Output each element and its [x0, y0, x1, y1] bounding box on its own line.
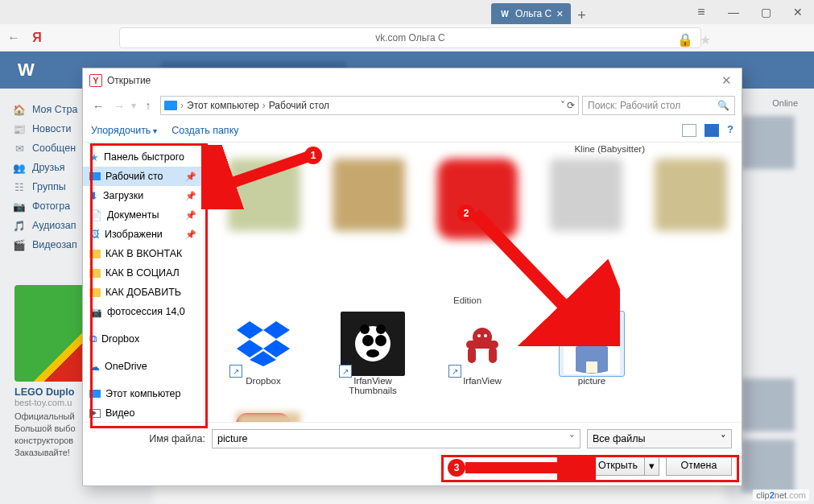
- crumb-this-pc[interactable]: Этот компьютер: [187, 100, 259, 111]
- file-irfanview[interactable]: IrfanView: [439, 312, 526, 395]
- svg-point-19: [586, 328, 590, 332]
- file-picture[interactable]: picture: [548, 312, 635, 395]
- videos-icon: [89, 409, 101, 418]
- svg-marker-0: [237, 321, 263, 339]
- svg-point-10: [376, 324, 386, 334]
- svg-point-6: [362, 335, 374, 346]
- tree-pictures[interactable]: 🖼Изображени📌: [83, 225, 203, 244]
- cancel-button[interactable]: Отмена: [666, 455, 732, 476]
- tree-folder[interactable]: КАК В ВКОНТАК: [83, 244, 203, 263]
- refresh-button[interactable]: ⟳: [567, 100, 575, 111]
- nav-back-button[interactable]: ←: [89, 99, 107, 113]
- new-tab-button[interactable]: +: [571, 7, 592, 24]
- filter-dropdown-icon[interactable]: ˅: [721, 433, 726, 445]
- nav-back-button[interactable]: ←: [0, 31, 27, 45]
- dialog-search-input[interactable]: Поиск: Рабочий стол 🔍: [582, 96, 735, 115]
- pin-icon: 📌: [185, 229, 196, 240]
- file-name-partial: Kline (Babysitter): [574, 144, 645, 154]
- nav-tree: ★Панель быстрого Рабочий сто📌 ⬇Загрузки📌…: [83, 143, 204, 422]
- open-split-dropdown[interactable]: ▾: [644, 456, 659, 475]
- file-irfanview-thumbs[interactable]: IrfanView Thumbnails: [329, 312, 416, 395]
- vk-right-column: Online: [742, 98, 798, 493]
- open-button[interactable]: Открыть ▾: [589, 455, 659, 476]
- window-close-button[interactable]: ✕: [782, 0, 814, 24]
- file-list[interactable]: Kline (Babysitter) Edition: [204, 143, 742, 422]
- pin-icon: 📌: [185, 191, 196, 201]
- file-label: IrfanView Thumbnails: [329, 376, 416, 395]
- dialog-titlebar: Y Открытие ✕: [83, 68, 742, 93]
- window-minimize-button[interactable]: —: [717, 0, 750, 24]
- pin-icon: 📌: [185, 171, 196, 182]
- dialog-title: Открытие: [107, 75, 151, 86]
- filter-value: Все файлы: [593, 433, 646, 444]
- breadcrumb-bar[interactable]: › Этот компьютер › Рабочий стол ˅⟳: [160, 96, 579, 115]
- svg-rect-13: [468, 347, 476, 363]
- window-controls: ≡ — ▢ ✕: [685, 0, 814, 24]
- new-folder-button[interactable]: Создать папку: [171, 125, 238, 136]
- preview-pane-button[interactable]: [705, 124, 719, 137]
- tree-quick-access[interactable]: ★Панель быстрого: [83, 147, 203, 167]
- help-button[interactable]: ?: [727, 124, 733, 137]
- dialog-body: ★Панель быстрого Рабочий сто📌 ⬇Загрузки📌…: [83, 143, 742, 422]
- crumb-dropdown-icon[interactable]: ˅: [560, 100, 565, 111]
- yandex-logo-icon[interactable]: Я: [27, 31, 47, 45]
- tree-dropbox[interactable]: ⧉Dropbox: [83, 329, 203, 349]
- view-options-button[interactable]: [682, 124, 696, 137]
- svg-point-8: [366, 349, 379, 357]
- dialog-close-button[interactable]: ✕: [718, 73, 735, 88]
- filename-dropdown-icon[interactable]: ˅: [569, 433, 575, 445]
- dialog-toolbar: Упорядочить Создать папку ?: [83, 118, 742, 143]
- lock-icon: 🔒: [677, 32, 693, 48]
- address-bar[interactable]: vk.com Ольга С: [119, 27, 701, 48]
- tree-folder[interactable]: КАК В СОЦИАЛ: [83, 263, 203, 283]
- browser-titlebar: W Ольга С × + ≡ — ▢ ✕: [0, 0, 814, 24]
- audio-icon: 🎵: [13, 220, 26, 232]
- documents-icon: 📄: [89, 209, 102, 221]
- tab-close-icon[interactable]: ×: [556, 8, 563, 19]
- filename-input[interactable]: picture ˅: [212, 429, 581, 448]
- vk-favicon: W: [499, 8, 510, 19]
- file-type-filter[interactable]: Все файлы ˅: [587, 429, 732, 448]
- browser-menu-button[interactable]: ≡: [685, 0, 717, 24]
- file-thumb-blurred[interactable]: [228, 159, 300, 231]
- this-pc-icon: [89, 390, 101, 398]
- messages-icon: ✉: [13, 143, 26, 155]
- tree-onedrive[interactable]: ☁OneDrive: [83, 357, 203, 376]
- pin-icon: 📌: [185, 210, 196, 221]
- file-thumb-blurred[interactable]: [550, 159, 622, 231]
- tree-desktop[interactable]: Рабочий сто📌: [83, 167, 203, 186]
- onedrive-icon: ☁: [89, 361, 100, 373]
- picture-thumbnail: [560, 312, 624, 376]
- tree-this-pc[interactable]: Этот компьютер: [83, 384, 203, 403]
- file-label-partial: Edition: [453, 295, 481, 305]
- active-tab[interactable]: W Ольга С ×: [491, 3, 571, 24]
- file-thumb-blurred[interactable]: [655, 159, 727, 231]
- this-pc-icon: [164, 101, 177, 110]
- tree-videos[interactable]: Видео: [83, 403, 203, 422]
- window-maximize-button[interactable]: ▢: [750, 0, 782, 24]
- nav-forward-button[interactable]: →: [110, 99, 128, 113]
- svg-point-16: [484, 334, 487, 337]
- folder-icon: [89, 288, 101, 297]
- tree-documents[interactable]: 📄Документы📌: [83, 205, 203, 225]
- tree-downloads[interactable]: ⬇Загрузки📌: [83, 186, 203, 205]
- bookmark-star-icon[interactable]: ★: [700, 32, 711, 48]
- file-thumb-blurred[interactable]: [437, 159, 518, 239]
- dropbox-app-icon: [231, 312, 295, 376]
- dialog-nav-row: ← → ▾ ↑ › Этот компьютер › Рабочий стол …: [83, 93, 742, 118]
- tree-folder[interactable]: КАК ДОБАВИТЬ: [83, 283, 203, 302]
- svg-rect-21: [586, 361, 597, 373]
- organize-menu[interactable]: Упорядочить: [91, 125, 157, 136]
- vk-status-online: Online: [742, 98, 798, 108]
- file-dropbox[interactable]: Dropbox: [220, 312, 307, 395]
- groups-icon: ☷: [13, 181, 26, 193]
- file-thumb-blurred[interactable]: [333, 159, 405, 231]
- filename-value: picture: [217, 433, 248, 444]
- crumb-desktop[interactable]: Рабочий стол: [269, 100, 329, 111]
- browser-toolbar: ← Я vk.com Ольга С 🔒 ★: [0, 24, 814, 52]
- nav-up-button[interactable]: ↑: [139, 99, 157, 112]
- file-label: picture: [578, 376, 606, 386]
- irfanview-thumbs-icon: [341, 312, 405, 376]
- tree-folder[interactable]: 📷фотосессия 14,0: [83, 302, 203, 321]
- vk-logo-icon[interactable]: W: [18, 60, 35, 81]
